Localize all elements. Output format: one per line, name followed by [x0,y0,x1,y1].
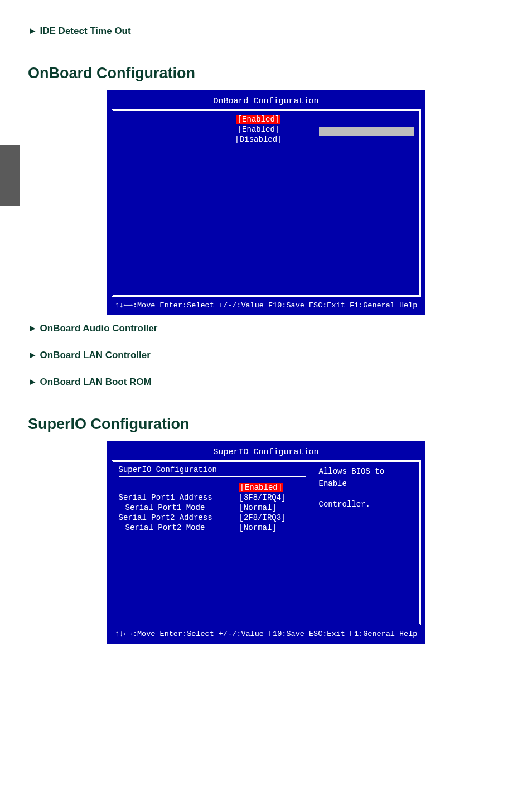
bios-superio-left-pane[interactable]: SuperIO Configuration [Enabled] Serial P… [113,462,313,624]
side-tab [0,145,20,206]
bios-superio-title: SuperIO Configuration [112,445,421,460]
bios-row[interactable]: Serial Port2 Address [2F8/IRQ3] [119,513,306,523]
bios-row[interactable]: Serial Port2 Mode [Normal] [119,523,306,533]
bios-row-label: Serial Port1 Address [119,493,239,502]
onboard-lan-ctrl-heading: ► OnBoard LAN Controller [28,350,504,361]
bios-row-label [119,125,211,134]
bios-footer: ↑↓←→:Move Enter:Select +/-/:Value F10:Sa… [112,625,421,639]
bios-onboard-help-pane [313,111,419,295]
bios-footer: ↑↓←→:Move Enter:Select +/-/:Value F10:Sa… [112,297,421,311]
footer-move: ↑↓←→:Move [115,301,156,310]
bios-help-line: Allows BIOS to Enable [319,465,414,490]
bios-row-value[interactable]: [3F8/IRQ4] [239,493,306,502]
bios-row[interactable]: [Disabled] [119,134,306,144]
footer-select: Enter:Select [160,630,214,638]
bios-row[interactable]: Serial Port1 Address [3F8/IRQ4] [119,493,306,503]
footer-exit: ESC:Exit [309,301,345,310]
bios-row[interactable]: Serial Port1 Mode [Normal] [119,503,306,513]
bios-help-line: Controller. [319,498,414,510]
footer-move: ↑↓←→:Move [115,630,156,638]
bios-row-value[interactable]: [Disabled] [211,135,306,144]
bios-row-label [119,115,211,124]
footer-value: +/-/:Value [219,630,264,638]
footer-save: F10:Save [268,301,304,310]
footer-help: F1:General Help [350,301,418,310]
bios-row-label: Serial Port2 Address [119,513,239,522]
footer-exit: ESC:Exit [309,630,345,638]
bios-superio-subhead: SuperIO Configuration [119,465,306,477]
bios-row-label [119,135,211,144]
bios-row-value[interactable]: [Normal] [239,523,306,532]
onboard-audio-heading: ► OnBoard Audio Controller [28,323,504,334]
bios-row-label: Serial Port1 Mode [119,503,239,512]
ide-detect-heading: ► IDE Detect Time Out [28,26,504,37]
bios-superio-box: SuperIO Configuration SuperIO Configurat… [107,441,425,644]
footer-select: Enter:Select [160,301,214,310]
onboard-section-heading: OnBoard Configuration [28,65,504,82]
footer-help: F1:General Help [350,630,418,638]
bios-row[interactable]: [Enabled] [119,483,306,493]
bios-onboard-title: OnBoard Configuration [112,94,421,109]
help-highlight-box [319,127,414,136]
bios-row[interactable]: [Enabled] [119,114,306,124]
bios-row-value[interactable]: [Normal] [239,503,306,512]
bios-row[interactable]: [Enabled] [119,124,306,134]
footer-save: F10:Save [268,630,304,638]
bios-row-label: Serial Port2 Mode [119,523,239,532]
footer-value: +/-/:Value [219,301,264,310]
bios-row-value[interactable]: [Enabled] [236,115,281,124]
bios-row-label [119,483,239,492]
bios-onboard-left-pane[interactable]: [Enabled] [Enabled] [Disabled] [113,111,313,295]
bios-row-value[interactable]: [Enabled] [239,483,284,492]
bios-row-value[interactable]: [2F8/IRQ3] [239,513,306,522]
bios-superio-help-pane: Allows BIOS to Enable Controller. [313,462,419,624]
superio-section-heading: SuperIO Configuration [28,416,504,433]
bios-onboard-box: OnBoard Configuration [Enabled] [Enabled… [107,90,425,315]
onboard-lan-boot-heading: ► OnBoard LAN Boot ROM [28,377,504,388]
bios-row-value[interactable]: [Enabled] [211,125,306,134]
